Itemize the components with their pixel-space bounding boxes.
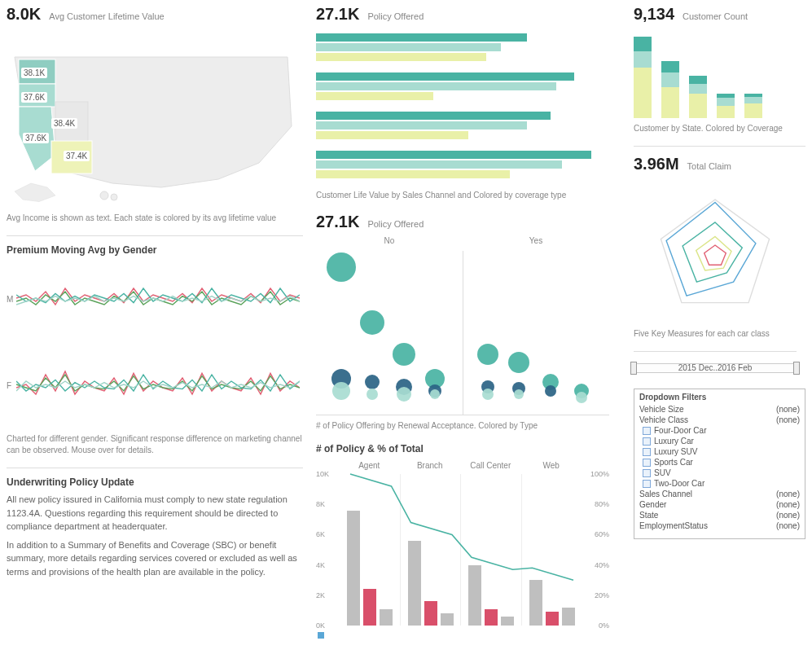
kpi-claim-value: 3.96M (634, 155, 679, 173)
kpi-cust: 9,134 Customer Count (634, 5, 805, 24)
underwriting-p2: In addition to a Summary of Benefits and… (7, 538, 303, 579)
clv-hbar-chart[interactable] (316, 33, 609, 178)
map-caption: Avg Income is shown as text. Each state … (7, 213, 303, 224)
combo-title: # of Policy & % of Total (316, 443, 621, 454)
map-label-nv: 38.4K (51, 118, 77, 129)
premium-chart-f[interactable]: F (7, 347, 300, 428)
dashboard: 8.0K Avg Customer Lifetime Value 38.1K 3… (0, 0, 812, 640)
kpi-policy1: 27.1K Policy Offered (316, 5, 621, 24)
bubble-hdr-no: No (316, 236, 463, 245)
premium-f-label: F (7, 381, 11, 390)
kpi-claim: 3.96M Total Claim (634, 155, 805, 173)
filter-row[interactable]: Gender(none) (639, 500, 800, 509)
hbar-caption: Customer Life Value by Sales Channel and… (316, 190, 621, 201)
bubble-chart[interactable]: No Yes (316, 236, 609, 415)
bubble-caption: # of Policy Offering by Renewal Acceptan… (316, 420, 621, 432)
kpi-clv: 8.0K Avg Customer Lifetime Value (7, 5, 303, 24)
filter-checkbox[interactable]: Sports Car (643, 458, 800, 467)
filter-checkbox[interactable]: Luxury SUV (643, 447, 800, 456)
filter-row[interactable]: Vehicle Size(none) (639, 405, 800, 414)
filter-row[interactable]: Sales Channel(none) (639, 490, 800, 498)
filter-checkbox[interactable]: Luxury Car (643, 437, 800, 446)
map-label-wa: 38.1K (21, 68, 47, 78)
bubble-hdr-yes: Yes (463, 236, 609, 245)
column-left: 8.0K Avg Customer Lifetime Value 38.1K 3… (0, 0, 309, 640)
map-label-or: 37.6K (21, 92, 47, 103)
slider-label: 2015 Dec..2016 Feb (634, 363, 797, 372)
svg-point-4 (100, 191, 108, 200)
premium-chart-m[interactable]: M (7, 261, 300, 342)
premium-caption: Charted for different gender. Significan… (7, 433, 303, 456)
map-label-az: 37.4K (64, 151, 90, 161)
kpi-clv-label: Avg Customer Lifetime Value (49, 11, 164, 21)
underwriting-p1: All new policy issured in California mus… (7, 493, 303, 533)
us-map-chart[interactable]: 38.1K 37.6K 38.4K 37.6K 37.4K (7, 29, 300, 208)
date-range-slider[interactable]: 2015 Dec..2016 Feb (634, 351, 797, 372)
kpi-policy1-value: 27.1K (316, 5, 359, 24)
filter-row[interactable]: Vehicle Class(none) (639, 415, 800, 424)
underwriting-title: Underwriting Policy Update (7, 468, 303, 488)
stacked-caption: Customer by State. Colored by Coverage (634, 123, 805, 134)
radar-chart[interactable] (634, 183, 797, 322)
column-middle: 27.1K Policy Offered Customer Life Value… (309, 0, 627, 640)
filter-row[interactable]: EmploymentStatus(none) (639, 521, 800, 530)
kpi-policy2-label: Policy Offered (367, 219, 424, 229)
dropdown-filters-panel: Dropdown Filters Vehicle Size(none)Vehic… (634, 389, 805, 539)
kpi-policy1-label: Policy Offered (367, 11, 424, 21)
radar-caption: Five Key Measures for each car class (634, 328, 805, 340)
premium-title: Premium Moving Avg by Gender (7, 235, 303, 256)
kpi-claim-label: Total Claim (687, 161, 731, 171)
premium-m-label: M (7, 295, 13, 304)
kpi-policy2: 27.1K Policy Offered (316, 213, 621, 231)
column-right: 9,134 Customer Count Customer by State. … (627, 0, 812, 640)
filter-row[interactable]: State(none) (639, 511, 800, 520)
combo-chart[interactable]: 10K8K6K4K2K0K100%80%60%40%20%0%AgentBran… (316, 461, 609, 640)
kpi-policy2-value: 27.1K (316, 213, 359, 231)
kpi-clv-value: 8.0K (7, 5, 41, 24)
stacked-col-chart[interactable] (634, 29, 805, 118)
svg-point-5 (111, 194, 117, 200)
kpi-cust-value: 9,134 (634, 5, 674, 24)
filters-title: Dropdown Filters (639, 393, 800, 402)
filter-checkbox[interactable]: Four-Door Car (643, 426, 800, 435)
kpi-cust-label: Customer Count (683, 11, 748, 21)
filter-checkbox[interactable]: SUV (643, 468, 800, 477)
map-label-ca: 37.6K (23, 133, 49, 143)
filter-checkbox[interactable]: Two-Door Car (643, 479, 800, 488)
